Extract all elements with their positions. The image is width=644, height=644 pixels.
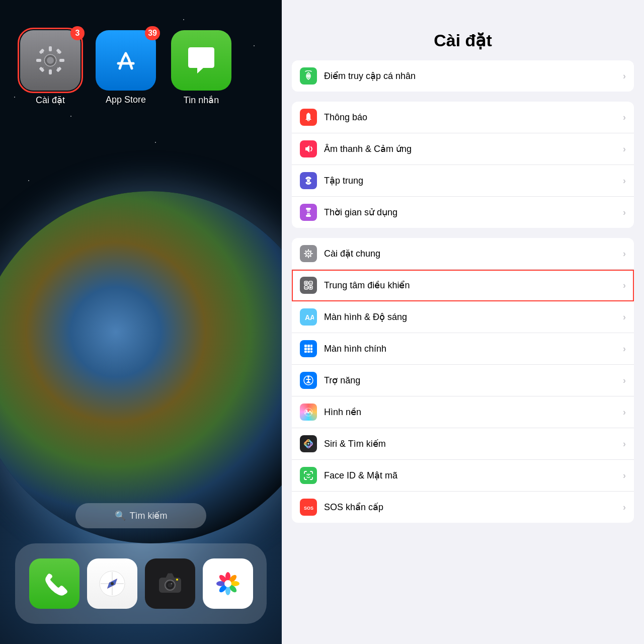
- dock-camera[interactable]: [145, 558, 195, 609]
- homescreen-label: Màn hình chính: [324, 344, 623, 354]
- settings-row-accessibility[interactable]: Trợ năng ›: [292, 365, 634, 396]
- settings-app[interactable]: 3: [20, 30, 80, 106]
- svg-text:SOS: SOS: [304, 506, 313, 511]
- screentime-chevron: ›: [623, 207, 626, 218]
- svg-rect-62: [310, 348, 312, 350]
- settings-label: Cài đặt: [36, 95, 65, 106]
- homescreen-icon: [300, 340, 317, 357]
- faceid-icon: [300, 467, 317, 484]
- svg-rect-36: [307, 210, 310, 212]
- settings-icon: [20, 30, 80, 91]
- settings-row-sound[interactable]: Âm thanh & Cảm ứng ›: [292, 133, 634, 165]
- svg-point-74: [309, 474, 310, 475]
- faceid-label: Face ID & Mật mã: [324, 470, 623, 481]
- settings-group-3: Cài đặt chung › Trung tâm điều khiển ›: [292, 238, 634, 523]
- search-icon: 🔍: [115, 510, 126, 521]
- settings-row-homescreen[interactable]: Màn hình chính ›: [292, 333, 634, 365]
- settings-row-display[interactable]: AA Màn hình & Độ sáng ›: [292, 301, 634, 333]
- svg-rect-43: [311, 253, 313, 254]
- svg-rect-35: [306, 215, 311, 217]
- display-chevron: ›: [623, 312, 626, 323]
- appstore-app[interactable]: 39 App Store: [96, 30, 156, 105]
- wallpaper-chevron: ›: [623, 407, 626, 418]
- appstore-label: App Store: [106, 95, 146, 105]
- svg-rect-3: [36, 59, 41, 62]
- messages-app[interactable]: Tin nhắn: [171, 30, 231, 106]
- svg-rect-8: [39, 66, 44, 72]
- dock-photos[interactable]: [203, 558, 253, 609]
- faceid-chevron: ›: [623, 470, 626, 481]
- svg-rect-58: [307, 345, 310, 347]
- control-center-label: Trung tâm điều khiển: [324, 280, 623, 291]
- settings-row-screentime[interactable]: Thời gian sử dụng ›: [292, 197, 634, 228]
- control-center-chevron: ›: [623, 280, 626, 291]
- siri-chevron: ›: [623, 439, 626, 449]
- svg-point-55: [310, 287, 312, 289]
- svg-rect-7: [56, 48, 61, 54]
- svg-point-69: [305, 410, 307, 412]
- iphone-home-screen: 3: [0, 0, 282, 644]
- general-icon: [300, 245, 317, 262]
- settings-row-hotspot[interactable]: Điểm truy cập cá nhân ›: [292, 60, 634, 92]
- svg-rect-40: [308, 249, 309, 251]
- settings-row-wallpaper[interactable]: Hình nền ›: [292, 396, 634, 428]
- settings-row-control-center[interactable]: Trung tâm điều khiển ›: [292, 270, 634, 301]
- svg-rect-64: [307, 351, 310, 353]
- svg-rect-57: [304, 345, 307, 347]
- svg-rect-53: [309, 283, 312, 284]
- svg-rect-42: [304, 253, 305, 254]
- svg-rect-65: [310, 351, 312, 353]
- settings-row-sos[interactable]: SOS SOS khẩn cấp ›: [292, 492, 634, 523]
- settings-group-2: Thông báo › Âm thanh & Cảm ứng › Tập: [292, 102, 634, 228]
- focus-chevron: ›: [623, 176, 626, 186]
- svg-text:AA: AA: [305, 313, 314, 321]
- svg-rect-34: [306, 208, 311, 210]
- svg-point-72: [307, 443, 309, 445]
- notifications-label: Thông báo: [324, 112, 623, 123]
- sound-chevron: ›: [623, 144, 626, 154]
- settings-row-faceid[interactable]: Face ID & Mật mã ›: [292, 460, 634, 492]
- accessibility-chevron: ›: [623, 375, 626, 386]
- accessibility-icon: [300, 372, 317, 389]
- settings-panel: Cài đặt Điểm truy cập cá nhân ›: [282, 0, 644, 644]
- hotspot-icon: [300, 67, 317, 85]
- dock: [15, 543, 267, 624]
- svg-rect-2: [49, 69, 52, 74]
- settings-row-notifications[interactable]: Thông báo ›: [292, 102, 634, 133]
- dock-safari[interactable]: [87, 558, 137, 609]
- svg-point-68: [304, 408, 312, 416]
- messages-icon: [171, 30, 231, 91]
- notifications-chevron: ›: [623, 112, 626, 123]
- svg-rect-59: [310, 345, 312, 347]
- svg-rect-6: [56, 66, 61, 72]
- settings-group-1: Điểm truy cập cá nhân ›: [292, 60, 634, 92]
- svg-point-15: [111, 582, 114, 585]
- settings-header: Cài đặt: [282, 0, 644, 60]
- svg-point-39: [307, 253, 309, 255]
- settings-row-siri[interactable]: Siri & Tìm kiếm ›: [292, 428, 634, 460]
- search-bar[interactable]: 🔍 Tìm kiếm: [75, 503, 206, 528]
- sos-label: SOS khẩn cấp: [324, 502, 623, 513]
- settings-badge: 3: [70, 26, 85, 40]
- svg-rect-4: [59, 59, 64, 62]
- screentime-icon: [300, 204, 317, 221]
- svg-rect-63: [304, 351, 307, 353]
- display-icon: AA: [300, 308, 317, 326]
- hotspot-label: Điểm truy cập cá nhân: [324, 70, 623, 82]
- svg-point-31: [307, 75, 309, 77]
- svg-point-30: [224, 580, 231, 587]
- general-label: Cài đặt chung: [324, 248, 623, 259]
- settings-row-general[interactable]: Cài đặt chung ›: [292, 238, 634, 270]
- svg-rect-1: [49, 46, 52, 51]
- general-chevron: ›: [623, 249, 626, 259]
- svg-point-33: [307, 179, 310, 182]
- notifications-icon: [300, 109, 317, 126]
- svg-rect-37: [307, 213, 310, 215]
- dock-phone[interactable]: [29, 558, 79, 609]
- messages-label: Tin nhắn: [184, 95, 219, 106]
- svg-point-32: [308, 113, 309, 114]
- search-label: Tìm kiếm: [130, 510, 168, 521]
- screentime-label: Thời gian sử dụng: [324, 207, 623, 218]
- settings-row-focus[interactable]: Tập trung ›: [292, 165, 634, 197]
- svg-rect-54: [305, 288, 307, 289]
